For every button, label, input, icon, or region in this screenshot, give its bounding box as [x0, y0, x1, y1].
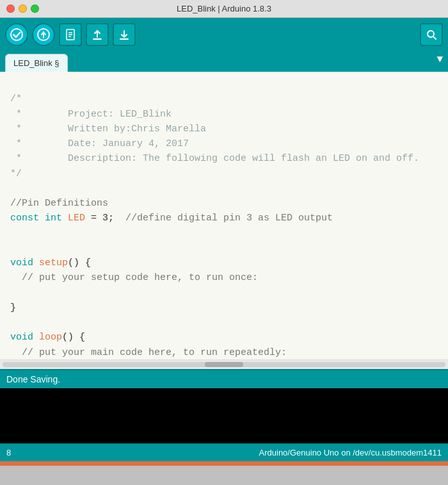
title-bar: LED_Blink | Arduino 1.8.3	[0, 0, 448, 18]
code-editor[interactable]: /* * Project: LED_Blink * Written by:Chr…	[0, 72, 448, 360]
search-icon	[425, 28, 438, 41]
open-icon	[91, 28, 104, 41]
open-button[interactable]	[86, 23, 109, 46]
close-button[interactable]	[6, 4, 15, 13]
new-file-icon	[64, 28, 77, 41]
scrollbar-track[interactable]	[3, 362, 445, 367]
search-button[interactable]	[420, 23, 443, 46]
minimize-button[interactable]	[19, 4, 27, 13]
upload-button[interactable]	[32, 23, 55, 46]
save-icon	[118, 28, 131, 41]
console-status: Done Saving.	[6, 374, 60, 384]
scrollbar-thumb[interactable]	[205, 362, 243, 367]
toolbar	[0, 18, 448, 51]
status-bar: 8 Arduino/Genuino Uno on /dev/cu.usbmode…	[0, 443, 448, 461]
window-title: LED_Blink | Arduino 1.8.3	[177, 4, 271, 13]
console-output	[0, 388, 448, 443]
new-button[interactable]	[59, 23, 82, 46]
verify-icon	[10, 28, 23, 41]
file-tab[interactable]: LED_Blink §	[5, 54, 68, 72]
tab-bar: LED_Blink § ▼	[0, 51, 448, 72]
tab-label: LED_Blink §	[13, 58, 60, 68]
verify-button[interactable]	[5, 23, 28, 46]
tab-dropdown-arrow[interactable]: ▼	[436, 54, 443, 65]
code-content: /* * Project: LED_Blink * Written by:Chr…	[0, 77, 448, 360]
horizontal-scrollbar[interactable]	[0, 360, 448, 369]
console-header: Done Saving.	[0, 369, 448, 388]
bottom-accent-bar	[0, 461, 448, 466]
svg-line-10	[433, 37, 436, 39]
svg-point-0	[11, 29, 22, 40]
upload-icon	[37, 28, 50, 41]
maximize-button[interactable]	[31, 4, 39, 13]
window-controls	[6, 4, 39, 13]
save-button[interactable]	[113, 23, 136, 46]
board-info: Arduino/Genuino Uno on /dev/cu.usbmodem1…	[259, 448, 442, 457]
line-number: 8	[6, 448, 11, 457]
